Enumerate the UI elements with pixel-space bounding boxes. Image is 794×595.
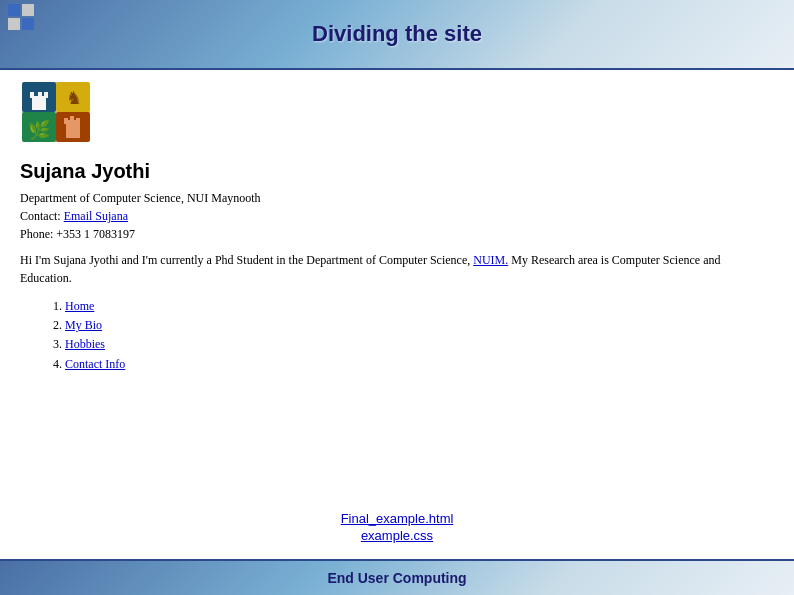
logo-container: ♞ 🌿 [20, 80, 92, 152]
nav-list: Home My Bio Hobbies Contact Info [65, 297, 774, 374]
contact-email-link[interactable]: Email Sujana [64, 209, 128, 223]
svg-rect-12 [64, 118, 68, 124]
list-item: My Bio [65, 316, 774, 335]
bio-text: Hi I'm Sujana Jyothi and I'm currently a… [20, 251, 774, 287]
svg-rect-13 [70, 116, 74, 122]
main-content: ♞ 🌿 Sujana Jyothi Department of Computer… [0, 70, 794, 384]
list-item: Contact Info [65, 355, 774, 374]
footer-text: End User Computing [327, 570, 466, 586]
contact-info: Department of Computer Science, NUI Mayn… [20, 189, 774, 243]
final-example-link[interactable]: Final_example.html [341, 511, 454, 526]
svg-rect-2 [32, 96, 46, 110]
header-decoration [8, 4, 34, 30]
header-bar: Dividing the site [0, 0, 794, 68]
svg-text:🌿: 🌿 [28, 119, 51, 141]
svg-rect-3 [30, 92, 34, 98]
list-item: Home [65, 297, 774, 316]
sq2 [22, 4, 34, 16]
bio-intro: Hi I'm Sujana Jyothi and I'm currently a… [20, 253, 470, 267]
example-css-link[interactable]: example.css [361, 528, 433, 543]
nav-link-mybio[interactable]: My Bio [65, 318, 102, 332]
phone-line: Phone: +353 1 7083197 [20, 225, 774, 243]
svg-rect-4 [38, 92, 42, 98]
coat-of-arms-icon: ♞ 🌿 [20, 80, 92, 152]
sq4 [22, 18, 34, 30]
nav-link-contact[interactable]: Contact Info [65, 357, 125, 371]
page-title: Dividing the site [312, 21, 482, 47]
nuim-link[interactable]: NUIM. [473, 253, 508, 267]
contact-label: Contact: [20, 209, 61, 223]
svg-rect-14 [76, 118, 80, 124]
nav-link-hobbies[interactable]: Hobbies [65, 337, 105, 351]
svg-rect-5 [44, 92, 48, 98]
sq3 [8, 18, 20, 30]
sq1 [8, 4, 20, 16]
contact-line: Contact: Email Sujana [20, 207, 774, 225]
nav-link-home[interactable]: Home [65, 299, 94, 313]
footer-bar: End User Computing [0, 559, 794, 595]
person-name: Sujana Jyothi [20, 160, 774, 183]
svg-text:♞: ♞ [66, 88, 82, 108]
list-item: Hobbies [65, 335, 774, 354]
department-line: Department of Computer Science, NUI Mayn… [20, 189, 774, 207]
bottom-links: Final_example.html example.css [0, 511, 794, 543]
